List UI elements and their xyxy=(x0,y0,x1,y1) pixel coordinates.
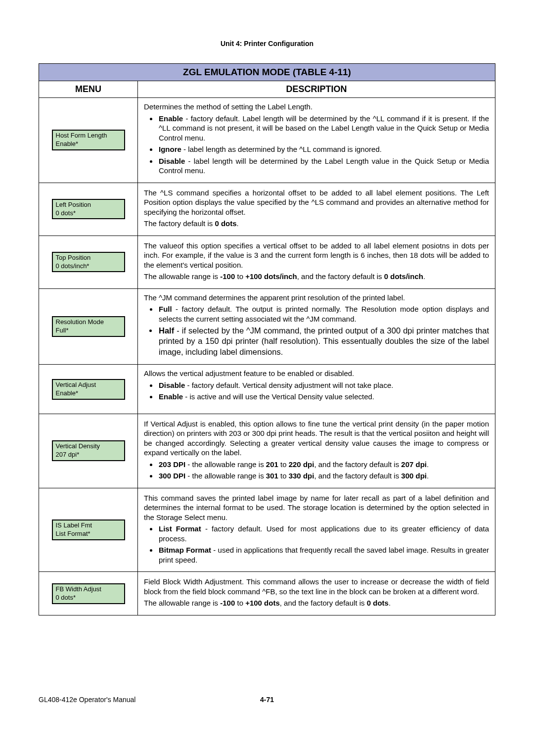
list-item: Enable - factory default. Label length w… xyxy=(158,114,489,143)
menu-label: Vertical Adjust xyxy=(53,380,124,389)
desc-para: The factory default is 0 dots. xyxy=(144,219,489,229)
item-label: Ignore xyxy=(159,145,181,153)
desc-para: The ^LS command specifies a horizontal o… xyxy=(144,188,489,217)
text: The allowable range is xyxy=(144,599,220,607)
text: . xyxy=(389,599,391,607)
menu-fb-width-adjust: FB Width Adjust 0 dots* xyxy=(52,583,125,604)
bold-value: 300 dpi xyxy=(401,472,427,480)
bold-value: 0 dots xyxy=(367,599,389,607)
item-text: - factory default. Vertical density adju… xyxy=(185,381,393,389)
menu-value: 0 dots* xyxy=(53,594,124,603)
menu-label: Vertical Density xyxy=(53,441,124,451)
desc-list: Full - factory default. The output is pr… xyxy=(144,304,489,357)
list-item: List Format - factory default. Used for … xyxy=(158,524,489,543)
text: , and the factory default is xyxy=(314,460,401,469)
list-item: Enable - is active and will use the Vert… xyxy=(158,392,489,402)
item-text: - is active and will use the Vertical De… xyxy=(183,392,374,401)
item-label: 203 DPI xyxy=(159,460,185,469)
menu-label: Left Position xyxy=(53,200,124,209)
list-item: 203 DPI - the allowable range is 201 to … xyxy=(158,460,489,470)
bold-value: 0 dots/inch xyxy=(384,272,423,281)
text: , and the factory default is xyxy=(297,272,384,281)
text: . xyxy=(237,219,239,228)
item-label: Disable xyxy=(159,381,185,389)
bold-value: -100 xyxy=(220,272,235,281)
bold-value: 0 dots xyxy=(215,219,236,228)
text: - the allowable range is xyxy=(185,472,266,480)
item-text: - factory default. Used for most applica… xyxy=(159,524,489,543)
menu-value: Full* xyxy=(53,327,124,336)
item-label: Disable xyxy=(159,157,185,165)
row-host-form-length: Host Form Length Enable* Determines the … xyxy=(39,98,495,183)
text: to xyxy=(235,599,245,607)
menu-left-position: Left Position 0 dots* xyxy=(52,199,125,220)
desc-para: The allowable range is -100 to +100 dots… xyxy=(144,598,489,608)
row-top-position: Top Position 0 dots/inch* The valueof th… xyxy=(39,236,495,288)
footer-left: GL408-412e Operator's Manual xyxy=(39,696,135,704)
menu-value: 0 dots/inch* xyxy=(53,262,124,272)
item-label: Full xyxy=(159,305,172,313)
list-item: Disable - label length will be determine… xyxy=(158,156,489,176)
item-text: - label length as determined by the ^LL … xyxy=(181,145,382,153)
item-text: - label length will be determined by the… xyxy=(159,157,489,175)
item-label: List Format xyxy=(159,524,201,533)
desc-para: The valueof this option specifies a vert… xyxy=(144,241,489,270)
desc-list: Disable - factory default. Vertical dens… xyxy=(144,380,489,402)
menu-label: FB Width Adjust xyxy=(53,584,124,594)
zgl-table: ZGL EMULATION MODE (TABLE 4-11) MENU DES… xyxy=(39,63,495,615)
text: , and the factory default is xyxy=(280,599,367,607)
text: to xyxy=(235,272,245,281)
text: to xyxy=(278,472,289,480)
desc-para: Field Block Width Adjustment. This comma… xyxy=(144,577,489,596)
desc-para: This command saves the printed label ima… xyxy=(144,493,489,522)
item-text: - if selected by the ^JM command, the pr… xyxy=(159,326,489,356)
bold-value: -100 xyxy=(220,599,235,607)
desc-list: List Format - factory default. Used for … xyxy=(144,524,489,565)
text: . xyxy=(427,472,429,480)
row-vertical-adjust: Vertical Adjust Enable* Allows the verti… xyxy=(39,365,495,414)
text: - the allowable range is xyxy=(185,460,266,469)
bold-value: 220 dpi xyxy=(289,460,314,469)
footer-page-number: 4-71 xyxy=(260,696,274,704)
list-item: Bitmap Format - used in applications tha… xyxy=(158,545,489,565)
menu-value: Enable* xyxy=(53,140,124,149)
item-label: Half xyxy=(159,326,174,335)
menu-label: IS Label Fmt xyxy=(53,520,124,530)
item-label: Enable xyxy=(159,114,183,123)
row-left-position: Left Position 0 dots* The ^LS command sp… xyxy=(39,183,495,236)
row-resolution-mode: Resolution Mode Full* The ^JM command de… xyxy=(39,288,495,365)
list-item: Half - if selected by the ^JM command, t… xyxy=(158,326,489,357)
list-item: 300 DPI - the allowable range is 301 to … xyxy=(158,471,489,481)
unit-header: Unit 4: Printer Configuration xyxy=(39,40,495,47)
bold-value: 201 xyxy=(266,460,278,469)
menu-top-position: Top Position 0 dots/inch* xyxy=(52,252,125,273)
text: The allowable range is xyxy=(144,272,220,281)
desc-list: 203 DPI - the allowable range is 201 to … xyxy=(144,460,489,481)
item-label: 300 DPI xyxy=(159,472,185,480)
bold-value: 207 dpi xyxy=(401,460,427,469)
menu-resolution-mode: Resolution Mode Full* xyxy=(52,316,125,337)
menu-label: Resolution Mode xyxy=(53,317,124,327)
menu-vertical-adjust: Vertical Adjust Enable* xyxy=(52,379,125,400)
item-label: Bitmap Format xyxy=(159,546,211,554)
row-is-label-fmt: IS Label Fmt List Format* This command s… xyxy=(39,488,495,572)
desc-intro: Allows the vertical adjustment feature t… xyxy=(144,369,489,378)
bold-value: 301 xyxy=(266,472,278,480)
desc-intro: Determines the method of setting the Lab… xyxy=(144,102,489,112)
text: The factory default is xyxy=(144,219,215,228)
menu-label: Top Position xyxy=(53,253,124,262)
text: . xyxy=(427,460,429,469)
desc-para: The allowable range is -100 to +100 dots… xyxy=(144,272,489,282)
list-item: Ignore - label length as determined by t… xyxy=(158,144,489,154)
desc-list: Enable - factory default. Label length w… xyxy=(144,114,489,176)
bold-value: +100 dots xyxy=(245,599,280,607)
menu-value: 207 dpi* xyxy=(53,451,124,460)
menu-value: Enable* xyxy=(53,389,124,399)
desc-intro: The ^JM command determines the apparent … xyxy=(144,293,489,303)
col-description: DESCRIPTION xyxy=(138,81,495,98)
menu-host-form-length: Host Form Length Enable* xyxy=(52,130,125,150)
item-label: Enable xyxy=(159,392,183,401)
table-title: ZGL EMULATION MODE (TABLE 4-11) xyxy=(39,64,495,81)
text: , and the factory default is xyxy=(314,472,401,480)
list-item: Full - factory default. The output is pr… xyxy=(158,304,489,324)
